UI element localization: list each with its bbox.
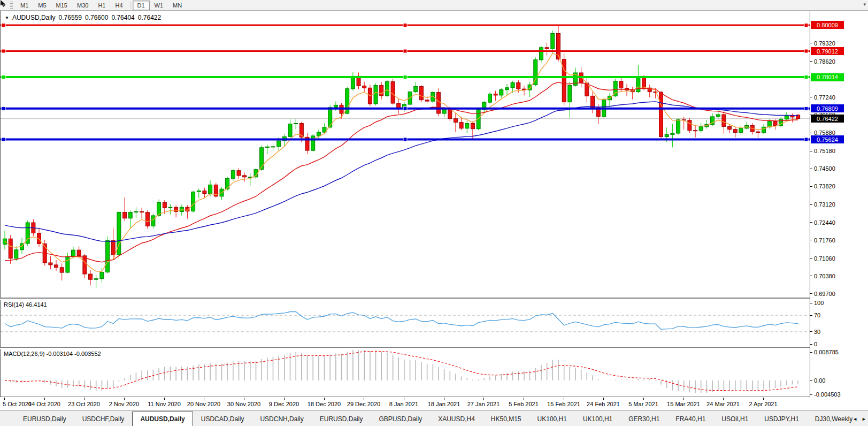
macd-title: MACD(12,26,9) (4, 351, 44, 357)
candle (106, 237, 110, 273)
tab-scroll-right-icon[interactable]: ► (862, 416, 866, 422)
chart-tab-usdcnh-daily[interactable]: USDCNH,Daily (252, 413, 311, 425)
chart-plot-area[interactable] (1, 11, 810, 298)
candle (425, 96, 429, 103)
price-tick-0.70380: 0.70380 (810, 272, 868, 280)
candle (37, 227, 41, 247)
candle (3, 231, 7, 250)
rsi-scale-70: 70 (810, 311, 868, 319)
main-chart-panel[interactable]: ▼ AUDUSD,Daily 0.76559 0.76600 0.76404 0… (0, 11, 810, 299)
timeframe-button-h4[interactable]: H4 (110, 1, 127, 10)
candle (94, 275, 98, 288)
chart-tab-gbpusd-daily[interactable]: GBPUSD,Daily (371, 413, 430, 425)
timeframe-button-d1[interactable]: D1 (133, 1, 150, 10)
toolbar-grip[interactable] (10, 2, 13, 9)
date-tick (84, 398, 85, 400)
candle (756, 130, 760, 138)
price-label-0.76809: 0.76809 (811, 104, 844, 112)
line-handle[interactable] (2, 49, 5, 53)
candle (790, 113, 794, 123)
line-handle[interactable] (2, 138, 5, 141)
candle (568, 82, 572, 118)
line-handle[interactable] (804, 75, 808, 79)
chart-tab-uk100-h1[interactable]: UK100,H1 (575, 413, 620, 425)
date-tick (683, 398, 684, 400)
line-handle[interactable] (804, 49, 808, 53)
candle (294, 119, 298, 130)
candle (494, 91, 497, 101)
chart-tab-usdjpy-h1[interactable]: USDJPY,H1 (756, 413, 806, 425)
timeframe-button-m15[interactable]: M15 (51, 1, 72, 10)
tab-scroll-left-icon[interactable]: ◄ (852, 416, 857, 422)
date-tick (284, 398, 285, 400)
line-handle[interactable] (403, 24, 407, 27)
date-axis[interactable]: 5 Oct 202014 Oct 202023 Oct 20202 Nov 20… (0, 398, 810, 410)
chart-tab-xauusd-h4[interactable]: XAUUSD,H4 (430, 413, 483, 425)
horizontal-line-0.79012[interactable] (1, 49, 810, 53)
candle (191, 191, 195, 212)
rsi-panel[interactable]: RSI(14) 46.4141 (0, 300, 810, 348)
macd-panel[interactable]: MACD(12,26,9) -0.003104 -0.003552 (0, 349, 810, 397)
price-tick-0.72440: 0.72440 (810, 219, 868, 226)
chart-tab-fra40-h1[interactable]: FRA40,H1 (667, 413, 713, 425)
line-handle[interactable] (2, 107, 5, 110)
date-tick (124, 398, 125, 400)
line-handle[interactable] (403, 107, 407, 110)
price-tick-0.71760: 0.71760 (810, 237, 868, 244)
chart-tab-hk50-m15[interactable]: HK50,M15 (483, 413, 529, 425)
line-handle[interactable] (403, 138, 407, 141)
chart-tab-audusd-daily[interactable]: AUDUSD,Daily (132, 412, 193, 426)
cursor-tool-button[interactable]: ▾ (0, 0, 7, 10)
line-handle[interactable] (403, 75, 407, 79)
timeframe-button-m1[interactable]: M1 (16, 1, 33, 10)
timeframe-button-m30[interactable]: M30 (72, 1, 93, 10)
date-label: 23 Oct 2020 (68, 401, 100, 407)
mt4-window: ▾ M1M5M15M30H1H4D1W1MN ▾ ▼ AUDUSD,Daily … (0, 0, 868, 426)
symbol-dropdown-icon[interactable]: ▼ (5, 16, 9, 20)
timeframe-button-m5[interactable]: M5 (33, 1, 51, 10)
chart-tab-eurusd-daily[interactable]: EURUSD,Daily (312, 413, 371, 425)
price-axis[interactable]: 0.793200.786200.779400.772400.765600.758… (810, 11, 868, 398)
candle (545, 43, 549, 56)
timeframe-button-mn[interactable]: MN (168, 1, 187, 10)
candle (557, 25, 560, 62)
chart-tab-usdchf-daily[interactable]: USDCHF,Daily (74, 413, 133, 425)
candle (385, 80, 389, 97)
chart-tab-usoil-h1[interactable]: USOil,H1 (713, 413, 756, 425)
line-handle[interactable] (2, 75, 5, 79)
price-tick-0.71060: 0.71060 (810, 255, 868, 262)
date-tick (204, 398, 204, 400)
candle (500, 88, 503, 98)
horizontal-line-0.80009[interactable] (1, 24, 810, 27)
timeframe-button-w1[interactable]: W1 (150, 1, 168, 10)
line-handle[interactable] (804, 24, 808, 27)
date-label: 18 Jan 2021 (428, 401, 460, 407)
toolbar-overflow-icon[interactable]: ▾ (863, 2, 866, 7)
line-handle[interactable] (2, 24, 5, 27)
chart-tab-usdcad-daily[interactable]: USDCAD,Daily (193, 413, 252, 425)
candle (9, 235, 12, 264)
date-label: 14 Oct 2020 (28, 401, 60, 407)
rsi-scale-0: 0 (810, 340, 868, 348)
ohlc-high: 0.76600 (85, 14, 108, 21)
date-label: 18 Dec 2020 (308, 401, 341, 407)
timeframe-button-h1[interactable]: H1 (93, 1, 110, 10)
price-tick-0.75180: 0.75180 (810, 147, 868, 155)
date-tick (643, 398, 644, 400)
horizontal-line-0.75624[interactable] (1, 138, 810, 141)
date-label: 24 Mar 2021 (706, 401, 740, 407)
candle (454, 113, 457, 132)
chart-tab-ger30-h1[interactable]: GER30,H1 (620, 413, 667, 425)
chart-tab-eurusd-daily[interactable]: EURUSD,Daily (15, 413, 74, 425)
candle (214, 183, 218, 198)
price-tick-0.69700: 0.69700 (810, 290, 868, 298)
chart-tab-uk100-h1[interactable]: UK100,H1 (529, 413, 575, 425)
candle (374, 83, 378, 105)
line-handle[interactable] (403, 49, 407, 53)
horizontal-line-0.76809[interactable] (1, 107, 810, 110)
candle (625, 84, 629, 96)
line-handle[interactable] (804, 107, 808, 110)
horizontal-line-0.78014[interactable] (1, 75, 810, 79)
line-handle[interactable] (804, 138, 808, 141)
ohlc-low: 0.76404 (111, 14, 134, 21)
